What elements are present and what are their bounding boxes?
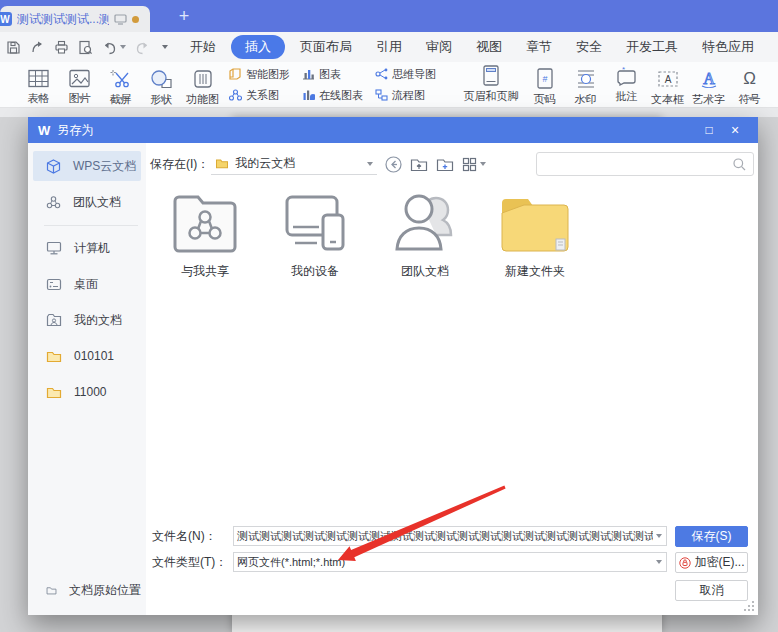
file-item-team-docs[interactable]: 团队文档 (373, 187, 477, 280)
sidebar-item-folder-11000[interactable]: 11000 (33, 377, 141, 407)
undo-button[interactable] (102, 40, 126, 55)
tab-doc-assistant[interactable]: 文档助手 (766, 35, 778, 59)
new-tab-button[interactable]: + (172, 4, 196, 28)
table-button[interactable]: 表格 (18, 69, 59, 100)
dialog-maximize-button[interactable]: □ (696, 123, 722, 137)
table-icon (28, 69, 49, 88)
flowchart-button[interactable]: 流程图 (375, 88, 436, 103)
screenshot-icon (110, 69, 132, 89)
svg-text:*: * (622, 66, 625, 74)
up-one-level-button[interactable] (410, 157, 428, 172)
tab-review[interactable]: 审阅 (414, 35, 464, 59)
shared-folder-icon (169, 191, 241, 253)
search-input[interactable] (537, 157, 732, 171)
tab-view[interactable]: 视图 (464, 35, 514, 59)
tab-special-apps[interactable]: 特色应用 (690, 35, 766, 59)
save-button[interactable]: 保存(S) (675, 526, 748, 547)
formula-button[interactable]: π 公式 (770, 69, 778, 101)
chart-button[interactable]: 图表 (302, 67, 363, 82)
relationship-diagram-icon (229, 89, 242, 101)
encrypt-button[interactable]: 加密(E)... (675, 552, 748, 573)
print-preview-icon[interactable] (78, 40, 93, 55)
function-diagram-button[interactable]: 功能图 (182, 69, 223, 101)
ribbon-stack-col-2: 图表 在线图表 (302, 67, 363, 103)
sidebar-item-computer[interactable]: 计算机 (33, 233, 141, 263)
tab-section[interactable]: 章节 (514, 35, 564, 59)
sidebar-item-original-location[interactable]: 文档原始位置 (33, 575, 141, 605)
relationship-diagram-button[interactable]: 关系图 (229, 88, 290, 103)
sidebar-item-team-docs[interactable]: 团队文档 (33, 187, 141, 217)
folder-icon (46, 350, 62, 363)
mind-map-button[interactable]: 思维导图 (375, 67, 436, 82)
save-in-combobox[interactable]: 我的云文档 (211, 153, 377, 175)
screenshot-button[interactable]: 截屏 (100, 69, 141, 101)
print-icon[interactable] (54, 40, 69, 55)
resize-grip[interactable] (744, 601, 754, 611)
picture-icon (69, 69, 90, 88)
dialog-body: WPS云文档 团队文档 计算机 桌面 我的文档 (28, 143, 758, 615)
cancel-button[interactable]: 取消 (675, 580, 748, 601)
online-chart-button[interactable]: 在线图表 (302, 88, 363, 103)
folder-plus-icon (436, 157, 454, 172)
tab-page-layout[interactable]: 页面布局 (288, 35, 364, 59)
page-number-button[interactable]: # 页码 (524, 68, 565, 101)
filetype-dropdown[interactable]: 网页文件(*.html;*.htm) (233, 552, 667, 572)
chart-icon (302, 68, 315, 80)
page-number-dropdown-icon (543, 97, 549, 101)
flowchart-icon (375, 89, 388, 101)
comment-button[interactable]: * 批注 (606, 66, 647, 104)
file-item-new-folder[interactable]: 新建文件夹 (483, 187, 587, 280)
wordart-button[interactable]: A 艺术字 (688, 69, 729, 101)
dialog-titlebar[interactable]: W 另存为 □ × (28, 117, 758, 143)
smartart-button[interactable]: 智能图形 (229, 67, 290, 82)
tab-home[interactable]: 开始 (178, 35, 228, 59)
new-folder-button[interactable] (436, 157, 454, 172)
tab-insert[interactable]: 插入 (231, 35, 285, 59)
folder-icon (215, 158, 229, 169)
filename-combobox[interactable]: 测试测试测试测试测试测试测试测试测试测试测试测试测试测试测试测试测试测试测试测试… (233, 526, 667, 546)
search-icon (732, 157, 747, 172)
save-icon[interactable] (6, 40, 21, 55)
save-in-dropdown-icon (367, 162, 373, 166)
picture-button[interactable]: 图片 (59, 69, 100, 100)
text-box-button[interactable]: A 文本框 (647, 69, 688, 101)
shapes-icon (150, 69, 173, 89)
file-item-my-devices[interactable]: 我的设备 (263, 187, 367, 280)
filename-label: 文件名(N)： (152, 526, 217, 546)
filename-dropdown-icon (656, 534, 662, 538)
redo-icon (135, 40, 150, 55)
menu-bar: 开始 插入 页面布局 引用 审阅 视图 章节 安全 开发工具 特色应用 文档助手 (0, 32, 778, 62)
insert-ribbon: 表格 图片 截屏 形状 功能图 智能图形 关系图 (0, 62, 778, 108)
ribbon-tabs: 开始 插入 页面布局 引用 审阅 视图 章节 安全 开发工具 特色应用 文档助手 (178, 35, 778, 59)
file-item-shared-with-me[interactable]: 与我共享 (153, 187, 257, 280)
function-diagram-dropdown-icon (201, 97, 207, 101)
sidebar-item-folder-010101[interactable]: 010101 (33, 341, 141, 371)
ribbon-stack-col-3: 思维导图 流程图 (375, 67, 436, 103)
toolbar-more-icon[interactable] (162, 45, 168, 49)
export-icon[interactable] (30, 40, 45, 55)
tab-references[interactable]: 引用 (364, 35, 414, 59)
shapes-button[interactable]: 形状 (141, 69, 182, 101)
dialog-title: 另存为 (57, 122, 93, 139)
header-footer-button[interactable]: 页眉和页脚 (458, 65, 524, 104)
undo-dropdown-icon[interactable] (120, 45, 126, 49)
view-grid-icon (462, 157, 477, 172)
sidebar-item-my-documents[interactable]: 我的文档 (33, 305, 141, 335)
symbol-button[interactable]: Ω 符号 (729, 69, 770, 101)
tab-dev-tools[interactable]: 开发工具 (614, 35, 690, 59)
document-tab[interactable]: W 测试测试测试...测试测试测试 (0, 6, 150, 32)
tab-security[interactable]: 安全 (564, 35, 614, 59)
search-box[interactable] (536, 152, 754, 176)
back-button[interactable] (385, 156, 402, 173)
wps-logo-icon: W (0, 12, 12, 26)
watermark-button[interactable]: 水印 (565, 68, 606, 101)
wordart-dropdown-icon (707, 97, 713, 101)
sidebar-divider (44, 225, 138, 226)
view-mode-button[interactable] (462, 157, 486, 172)
sidebar-item-desktop[interactable]: 桌面 (33, 269, 141, 299)
comment-icon: * (616, 66, 637, 86)
sidebar-item-wps-cloud[interactable]: WPS云文档 (33, 151, 141, 181)
dialog-close-button[interactable]: × (722, 122, 748, 138)
my-documents-icon (46, 313, 62, 327)
quick-access-toolbar (0, 40, 178, 55)
